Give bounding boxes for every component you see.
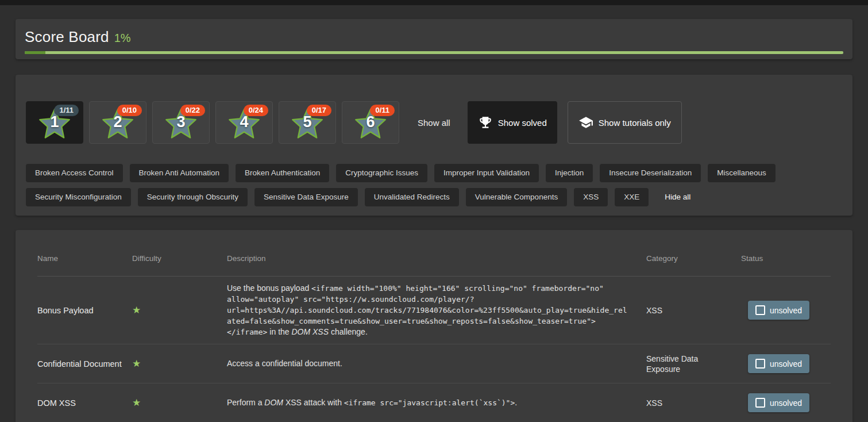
- difficulty-filter-tile[interactable]: 1/11 1: [26, 101, 83, 144]
- category-chip-label: Broken Access Control: [35, 168, 114, 177]
- checkbox-icon: [755, 398, 765, 408]
- score-percent: 1%: [114, 32, 131, 45]
- category-chip-label: XXE: [624, 193, 639, 201]
- hide-all-label: Hide all: [665, 193, 690, 201]
- solved-count-badge: 0/10: [117, 105, 142, 116]
- category-chip[interactable]: XSS: [574, 188, 608, 206]
- category-chip-label: Broken Anti Automation: [139, 168, 219, 177]
- hide-all-button[interactable]: Hide all: [655, 188, 700, 206]
- star-level: 6: [366, 113, 375, 131]
- category-chip[interactable]: Security Misconfiguration: [26, 188, 131, 206]
- challenge-description: Access a confidential document.: [227, 356, 646, 371]
- challenge-row: Bonus Payload ★ Use the bonus payload <i…: [37, 277, 831, 344]
- category-chip[interactable]: Insecure Deserialization: [600, 164, 701, 182]
- category-chip[interactable]: Miscellaneous: [708, 164, 776, 182]
- challenge-category: XSS: [646, 396, 741, 411]
- challenge-row: Confidential Document ★ Access a confide…: [37, 344, 831, 383]
- show-solved-label: Show solved: [498, 118, 547, 128]
- difficulty-filter-tile[interactable]: 0/10 2: [89, 101, 146, 144]
- column-header-category: Category: [646, 230, 741, 276]
- category-chip-label: Miscellaneous: [717, 168, 766, 177]
- challenge-name: DOM XSS: [37, 396, 132, 410]
- category-chip[interactable]: Unvalidated Redirects: [365, 188, 459, 206]
- category-chip-label: Security Misconfiguration: [35, 193, 122, 201]
- star-level: 4: [240, 113, 248, 131]
- difficulty-stars: ★: [132, 394, 227, 411]
- category-chip-label: Improper Input Validation: [443, 168, 530, 177]
- score-board-header-card: Score Board 1%: [16, 19, 852, 59]
- category-chip[interactable]: Vulnerable Components: [466, 188, 567, 206]
- top-strip: [0, 0, 868, 5]
- show-all-button[interactable]: Show all: [418, 118, 450, 128]
- trophy-icon: [478, 115, 493, 130]
- category-chip-label: XSS: [583, 193, 599, 201]
- solved-count-badge: 0/22: [180, 105, 205, 116]
- category-chip-label: Cryptographic Issues: [345, 168, 418, 177]
- category-chip-label: Injection: [555, 168, 584, 177]
- difficulty-filter-tile[interactable]: 0/17 5: [279, 101, 336, 144]
- category-chip[interactable]: Broken Authentication: [236, 164, 329, 182]
- column-header-name: Name: [37, 230, 132, 276]
- category-chip[interactable]: XXE: [615, 188, 649, 206]
- challenge-category: XSS: [646, 303, 741, 318]
- difficulty-filter-tile[interactable]: 0/24 4: [215, 101, 273, 144]
- category-chip-label: Vulnerable Components: [475, 193, 558, 201]
- difficulty-filter-tile[interactable]: 0/11 6: [342, 101, 399, 144]
- category-chip-label: Unvalidated Redirects: [374, 193, 450, 201]
- challenge-name: Bonus Payload: [37, 304, 132, 317]
- school-icon: [578, 115, 593, 130]
- category-chip[interactable]: Injection: [546, 164, 593, 182]
- challenge-row: DOM XSS ★ Perform a DOM XSS attack with …: [37, 383, 831, 422]
- challenge-rows: Bonus Payload ★ Use the bonus payload <i…: [37, 277, 831, 422]
- category-chip[interactable]: Sensitive Data Exposure: [254, 188, 358, 206]
- column-header-status: Status: [741, 230, 831, 276]
- status-button[interactable]: unsolved: [748, 354, 809, 373]
- chips-row-2: Security MisconfigurationSecurity throug…: [26, 188, 842, 206]
- star-level: 2: [113, 113, 122, 131]
- status-label: unsolved: [770, 359, 802, 369]
- challenge-description: Use the bonus payload <iframe width="100…: [227, 281, 646, 340]
- star-level: 1: [50, 113, 59, 131]
- category-chip[interactable]: Broken Access Control: [26, 164, 123, 182]
- show-solved-button[interactable]: Show solved: [468, 101, 557, 144]
- solved-count-badge: 0/24: [244, 105, 268, 116]
- category-chip[interactable]: Cryptographic Issues: [336, 164, 427, 182]
- difficulty-tiles: 1/11 1 0/10 2 0/22 3 0/24 4: [26, 101, 842, 144]
- category-chip[interactable]: Security through Obscurity: [138, 188, 248, 206]
- column-header-difficulty: Difficulty: [132, 230, 227, 276]
- challenge-name: Confidential Document: [37, 357, 132, 371]
- difficulty-stars: ★: [132, 302, 227, 319]
- column-header-description: Description: [227, 230, 646, 276]
- filter-card: 1/11 1 0/10 2 0/22 3 0/24 4: [16, 75, 852, 216]
- page-title: Score Board: [25, 28, 109, 46]
- score-board-page: Score Board 1% 1/11 1 0/10 2 0: [0, 0, 868, 422]
- challenge-table-card: Name Difficulty Description Category Sta…: [16, 230, 852, 422]
- challenge-category: Sensitive Data Exposure: [646, 351, 741, 377]
- category-chip-label: Broken Authentication: [245, 168, 320, 177]
- star-level: 3: [176, 113, 185, 131]
- solved-count-badge: 1/11: [54, 105, 79, 116]
- status-label: unsolved: [770, 398, 802, 408]
- solved-count-badge: 0/11: [370, 105, 395, 116]
- category-chip[interactable]: Improper Input Validation: [434, 164, 539, 182]
- checkbox-icon: [755, 305, 765, 315]
- challenge-description: Perform a DOM XSS attack with <iframe sr…: [227, 395, 646, 411]
- star-level: 5: [303, 113, 311, 131]
- status-button[interactable]: unsolved: [748, 393, 809, 412]
- checkbox-icon: [755, 359, 765, 369]
- chips-row-1: Broken Access ControlBroken Anti Automat…: [26, 164, 842, 182]
- difficulty-filter-tile[interactable]: 0/22 3: [152, 101, 210, 144]
- category-chip-label: Insecure Deserialization: [609, 168, 692, 177]
- score-progress-bar: [25, 51, 843, 54]
- show-tutorials-button[interactable]: Show tutorials only: [568, 101, 682, 144]
- category-chip[interactable]: Broken Anti Automation: [130, 164, 229, 182]
- show-tutorials-label: Show tutorials only: [599, 118, 671, 128]
- status-button[interactable]: unsolved: [748, 301, 809, 320]
- solved-count-badge: 0/17: [307, 105, 331, 116]
- category-chip-label: Security through Obscurity: [147, 193, 238, 201]
- score-progress-fill: [25, 51, 45, 54]
- difficulty-stars: ★: [132, 355, 227, 372]
- status-label: unsolved: [770, 306, 802, 315]
- category-chip-label: Sensitive Data Exposure: [264, 193, 349, 201]
- table-header-row: Name Difficulty Description Category Sta…: [37, 230, 831, 277]
